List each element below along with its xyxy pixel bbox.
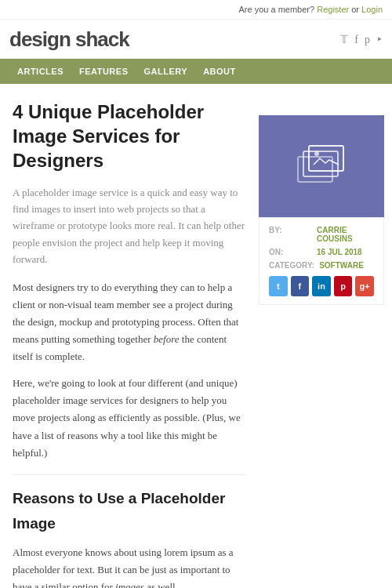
rss-icon[interactable]: ‣ [376, 33, 383, 46]
social-icons-header: 𝕋 f p ‣ [340, 33, 383, 46]
meta-category: CATEGORY: SOFTWARE [269, 261, 374, 270]
top-bar: Are you a member? Register or Login [0, 0, 392, 20]
cat-value: SOFTWARE [319, 261, 364, 270]
login-link[interactable]: Login [361, 5, 383, 14]
by-value: CARRIE COUSINS [317, 226, 374, 243]
meta-by: BY: CARRIE COUSINS [269, 226, 374, 243]
svg-point-3 [314, 151, 319, 156]
article-body: Most designers try to do everything they… [13, 279, 246, 588]
register-link[interactable]: Register [317, 5, 349, 14]
share-pinterest[interactable]: p [334, 276, 353, 296]
share-facebook[interactable]: f [291, 276, 310, 296]
placeholder-icon [294, 143, 349, 190]
pinterest-icon[interactable]: p [365, 34, 370, 46]
share-twitter[interactable]: t [269, 276, 288, 296]
article-intro: A placeholder image service is a quick a… [13, 184, 246, 268]
body-p2: Here, we're going to look at four differ… [13, 375, 246, 461]
site-logo[interactable]: design shack [9, 27, 129, 52]
on-value: 16 JUL 2018 [317, 248, 362, 256]
featured-image [259, 115, 384, 217]
share-googleplus[interactable]: g+ [355, 276, 374, 296]
member-question: Are you a member? [239, 5, 315, 14]
main-nav: ARTICLES FEATURES GALLERY ABOUT [0, 59, 392, 84]
article-main: 4 Unique Placeholder Image Services for … [0, 84, 259, 588]
meta-on: ON: 16 JUL 2018 [269, 248, 374, 256]
share-buttons: t f in p g+ [269, 276, 374, 296]
logo-part1: design [9, 27, 71, 51]
article-title: 4 Unique Placeholder Image Services for … [13, 100, 246, 173]
right-sidebar: BY: CARRIE COUSINS ON: 16 JUL 2018 CATEG… [259, 84, 392, 314]
twitter-icon[interactable]: 𝕋 [340, 33, 348, 46]
article-meta: BY: CARRIE COUSINS ON: 16 JUL 2018 CATEG… [259, 217, 384, 305]
nav-gallery[interactable]: GALLERY [136, 59, 195, 84]
nav-articles[interactable]: ARTICLES [9, 59, 71, 84]
share-linkedin[interactable]: in [312, 276, 331, 296]
body-p1: Most designers try to do everything they… [13, 279, 246, 365]
separator: or [351, 5, 361, 14]
section-p1: Almost everyone knows about using lorem … [13, 544, 246, 588]
on-label: ON: [269, 248, 312, 256]
section-title: Reasons to Use a Placeholder Image [13, 474, 246, 537]
nav-features[interactable]: FEATURES [71, 59, 136, 84]
nav-about[interactable]: ABOUT [195, 59, 244, 84]
site-header: design shack 𝕋 f p ‣ [0, 20, 392, 59]
by-label: BY: [269, 226, 312, 234]
facebook-icon[interactable]: f [354, 34, 358, 46]
logo-part2: shack [75, 27, 129, 51]
cat-label: CATEGORY: [269, 261, 314, 270]
